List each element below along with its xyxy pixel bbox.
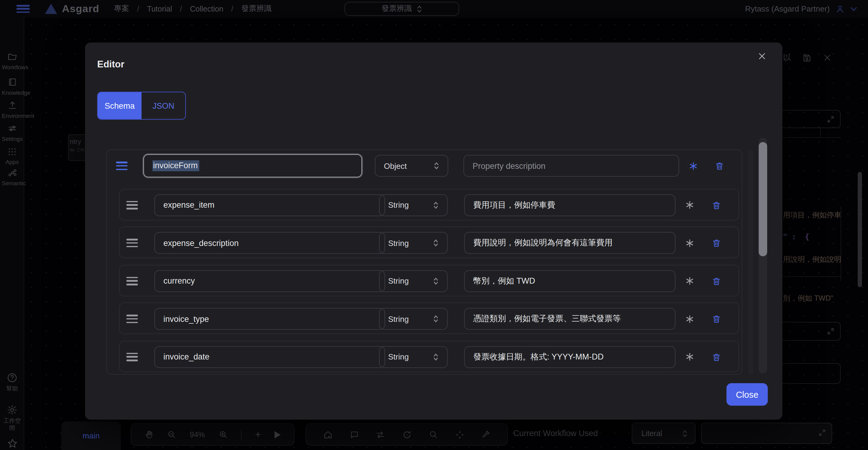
property-name-value: expense_description [163, 238, 239, 248]
property-name-input[interactable]: expense_item [154, 194, 385, 216]
property-type-select[interactable]: String [379, 308, 448, 330]
breadcrumb-item[interactable]: Collection [190, 5, 223, 13]
property-name-input[interactable]: currency [154, 270, 385, 292]
property-type-value: String [388, 200, 409, 210]
asgard-logo-icon [45, 4, 57, 14]
property-type-select[interactable]: Object [375, 155, 448, 177]
code-fragment: 別，例如 TWD" [783, 293, 833, 303]
delete-row-icon[interactable] [711, 237, 722, 248]
delete-row-icon[interactable] [711, 351, 722, 362]
drag-handle-icon[interactable] [126, 315, 138, 323]
required-toggle[interactable] [684, 313, 695, 324]
sidebar-item-gear[interactable]: 工作空間 [0, 405, 24, 432]
save-icon[interactable] [802, 53, 811, 62]
property-name-input[interactable]: invoice_date [154, 346, 385, 368]
divider [779, 276, 841, 277]
list-scrollbar[interactable] [748, 150, 753, 375]
property-description-input[interactable]: 幣別，例如 TWD [464, 270, 676, 292]
user-name: Rytass (Asgard Partner) [745, 4, 830, 13]
search-icon[interactable] [429, 430, 438, 439]
editor-modal: Editor SchemaJSON invoiceForm Object Pro… [85, 42, 782, 420]
upload-icon [7, 100, 17, 110]
required-toggle[interactable] [684, 351, 695, 362]
sidebar-item-settings[interactable]: Settings [0, 123, 24, 143]
schema-row: invoice_type String 憑證類別，例如電子發票、三聯式發票等 [119, 302, 739, 334]
property-name-input[interactable]: invoiceForm [143, 154, 362, 177]
schema-row: currency String 幣別，例如 TWD [119, 264, 739, 296]
sidebar-item-workflows[interactable]: Workflows [0, 52, 24, 71]
property-type-select[interactable]: String [379, 232, 448, 254]
hand-icon[interactable] [145, 430, 154, 439]
property-name-input[interactable]: expense_description [154, 232, 385, 254]
delete-row-icon[interactable] [711, 276, 722, 286]
fit-view-icon[interactable] [455, 430, 464, 439]
add-node-icon[interactable]: + [255, 429, 261, 440]
property-description-input[interactable]: 費用說明，例如說明為何會有這筆費用 [464, 232, 676, 254]
right-panel-field [779, 110, 841, 128]
drag-handle-icon[interactable] [116, 162, 128, 170]
breadcrumb-item[interactable]: 發票辨識 [241, 4, 272, 14]
sidebar-item-star[interactable]: 升級 [0, 438, 24, 450]
sidebar-item-help[interactable]: 幫助 [0, 372, 24, 393]
zoom-in-icon[interactable] [218, 430, 227, 439]
tab-main[interactable]: main [61, 421, 121, 450]
chevrons-updown-icon [433, 353, 439, 361]
drag-handle-icon[interactable] [126, 201, 138, 209]
swap-arrows-icon[interactable] [376, 430, 385, 439]
workflow-select[interactable]: 發票辨識 [344, 2, 459, 16]
sidebar-item-label: Environment [2, 112, 23, 120]
property-type-select[interactable]: String [379, 270, 448, 292]
property-name-input[interactable]: invoice_type [154, 308, 385, 330]
sidebar-item-environment[interactable]: Environment [0, 100, 24, 120]
delete-row-icon[interactable] [711, 313, 722, 324]
property-description-input[interactable]: 憑證類別，例如電子發票、三聯式發票等 [464, 308, 676, 330]
close-button[interactable]: Close [726, 383, 768, 406]
brand-title: Asgard [62, 3, 99, 15]
expand-icon[interactable] [818, 429, 826, 437]
sidebar-item-semantic[interactable]: Semantic [0, 168, 24, 187]
tab-schema[interactable]: Schema [98, 92, 142, 119]
tab-json[interactable]: JSON [142, 92, 185, 119]
delete-row-icon[interactable] [714, 160, 725, 171]
run-icon[interactable] [275, 431, 281, 438]
menu-icon[interactable] [17, 5, 30, 13]
value-input[interactable] [701, 423, 832, 444]
modal-close-icon[interactable] [757, 52, 767, 61]
right-panel-field [779, 363, 841, 384]
required-toggle[interactable] [684, 237, 695, 248]
user-area[interactable]: Rytass (Asgard Partner) [745, 0, 857, 18]
literal-select-value: Literal [642, 429, 662, 438]
required-toggle[interactable] [684, 199, 695, 211]
grid-icon [7, 147, 17, 157]
drag-handle-icon[interactable] [126, 353, 138, 361]
delete-row-icon[interactable] [711, 199, 722, 211]
top-bar: Asgard 專案/Tutorial/Collection/發票辨識 發票辨識 … [0, 0, 868, 18]
wrench-icon[interactable] [482, 430, 491, 439]
page-scrollbar[interactable] [858, 172, 862, 287]
comment-icon[interactable] [349, 430, 359, 439]
modal-scrollbar-thumb[interactable] [759, 142, 767, 256]
home-add-icon[interactable] [323, 430, 333, 439]
close-panel-icon[interactable] [823, 54, 832, 62]
zoom-out-icon[interactable] [167, 430, 177, 439]
expand-icon[interactable] [827, 327, 835, 335]
breadcrumb-item[interactable]: Tutorial [147, 5, 172, 13]
required-toggle[interactable] [688, 160, 699, 171]
modal-scrollbar[interactable] [759, 138, 767, 374]
property-type-select[interactable]: String [379, 194, 448, 216]
expand-icon[interactable] [827, 116, 835, 123]
property-description-input[interactable]: 發票收據日期。格式: YYYY-MM-DD [464, 346, 676, 368]
drag-handle-icon[interactable] [126, 239, 138, 247]
sidebar-item-apps[interactable]: Apps [0, 147, 24, 166]
required-toggle[interactable] [684, 276, 695, 286]
schema-list: invoiceForm Object Property description … [106, 150, 742, 375]
breadcrumb-item[interactable]: 專案 [114, 4, 129, 14]
drag-handle-icon[interactable] [126, 277, 138, 285]
property-description-input[interactable]: Property description [463, 155, 679, 177]
literal-select[interactable]: Literal [632, 423, 695, 444]
rotate-icon[interactable] [402, 430, 412, 439]
property-type-select[interactable]: String [379, 346, 448, 368]
sidebar-item-label: Workflows [2, 64, 23, 71]
sidebar-item-knowledge[interactable]: Knowledge [0, 77, 24, 97]
property-description-input[interactable]: 費用項目，例如停車費 [464, 194, 676, 216]
